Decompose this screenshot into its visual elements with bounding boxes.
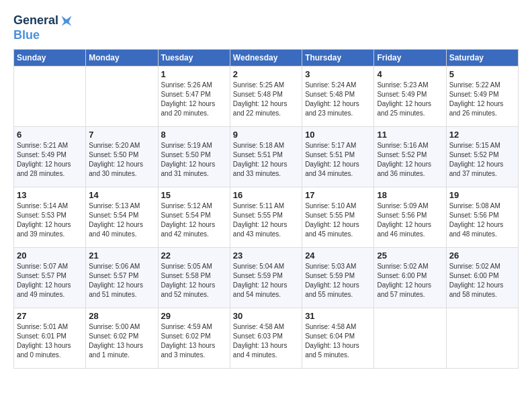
day-info: Sunrise: 5:10 AM Sunset: 5:55 PM Dayligh…	[305, 201, 371, 239]
day-info: Sunrise: 5:16 AM Sunset: 5:52 PM Dayligh…	[377, 141, 443, 179]
day-info: Sunrise: 5:24 AM Sunset: 5:48 PM Dayligh…	[305, 81, 371, 118]
day-number: 4	[377, 69, 443, 79]
logo-bird-icon	[60, 14, 73, 28]
header-friday: Friday	[374, 50, 446, 66]
week-row-3: 13Sunrise: 5:14 AM Sunset: 5:53 PM Dayli…	[14, 187, 519, 248]
day-number: 14	[89, 190, 154, 200]
day-info: Sunrise: 5:01 AM Sunset: 6:01 PM Dayligh…	[17, 322, 83, 360]
day-number: 1	[161, 69, 227, 79]
day-info: Sunrise: 5:14 AM Sunset: 5:53 PM Dayligh…	[17, 201, 83, 239]
header-saturday: Saturday	[446, 50, 518, 66]
day-cell: 6Sunrise: 5:21 AM Sunset: 5:49 PM Daylig…	[14, 127, 86, 187]
day-number: 10	[305, 130, 371, 140]
day-cell	[374, 308, 446, 369]
day-number: 31	[305, 311, 371, 321]
day-info: Sunrise: 5:06 AM Sunset: 5:57 PM Dayligh…	[89, 262, 154, 300]
day-cell: 22Sunrise: 5:05 AM Sunset: 5:58 PM Dayli…	[158, 248, 230, 308]
day-info: Sunrise: 5:22 AM Sunset: 5:49 PM Dayligh…	[449, 81, 515, 118]
day-info: Sunrise: 5:02 AM Sunset: 6:00 PM Dayligh…	[449, 262, 515, 300]
day-number: 29	[161, 311, 227, 321]
day-cell: 27Sunrise: 5:01 AM Sunset: 6:01 PM Dayli…	[14, 308, 86, 369]
day-number: 20	[17, 250, 83, 261]
day-number: 13	[17, 190, 83, 200]
day-cell: 17Sunrise: 5:10 AM Sunset: 5:55 PM Dayli…	[302, 187, 374, 248]
day-cell	[86, 66, 158, 127]
day-number: 5	[449, 69, 515, 79]
header-tuesday: Tuesday	[158, 50, 230, 66]
day-info: Sunrise: 5:19 AM Sunset: 5:50 PM Dayligh…	[161, 141, 227, 179]
day-number: 30	[233, 311, 299, 321]
day-info: Sunrise: 5:03 AM Sunset: 5:59 PM Dayligh…	[305, 262, 371, 300]
day-cell	[14, 66, 86, 127]
day-cell: 10Sunrise: 5:17 AM Sunset: 5:51 PM Dayli…	[302, 127, 374, 187]
day-cell: 8Sunrise: 5:19 AM Sunset: 5:50 PM Daylig…	[158, 127, 230, 187]
day-cell: 7Sunrise: 5:20 AM Sunset: 5:50 PM Daylig…	[86, 127, 158, 187]
header-thursday: Thursday	[302, 50, 374, 66]
header-sunday: Sunday	[14, 50, 86, 66]
logo-text-general: General	[13, 13, 58, 28]
day-cell: 21Sunrise: 5:06 AM Sunset: 5:57 PM Dayli…	[86, 248, 158, 308]
day-number: 6	[17, 130, 83, 140]
day-number: 3	[305, 69, 371, 79]
day-cell: 12Sunrise: 5:15 AM Sunset: 5:52 PM Dayli…	[446, 127, 518, 187]
day-info: Sunrise: 5:23 AM Sunset: 5:49 PM Dayligh…	[377, 81, 443, 118]
header-row: SundayMondayTuesdayWednesdayThursdayFrid…	[14, 50, 519, 66]
day-number: 25	[377, 250, 443, 261]
day-cell: 25Sunrise: 5:02 AM Sunset: 6:00 PM Dayli…	[374, 248, 446, 308]
day-cell: 26Sunrise: 5:02 AM Sunset: 6:00 PM Dayli…	[446, 248, 518, 308]
day-number: 7	[89, 130, 154, 140]
day-number: 8	[161, 130, 227, 140]
day-cell: 24Sunrise: 5:03 AM Sunset: 5:59 PM Dayli…	[302, 248, 374, 308]
header-wednesday: Wednesday	[230, 50, 302, 66]
day-cell: 2Sunrise: 5:25 AM Sunset: 5:48 PM Daylig…	[230, 66, 302, 127]
day-info: Sunrise: 5:21 AM Sunset: 5:49 PM Dayligh…	[17, 141, 83, 179]
day-number: 28	[89, 311, 154, 321]
day-number: 9	[233, 130, 299, 140]
day-cell: 31Sunrise: 4:58 AM Sunset: 6:04 PM Dayli…	[302, 308, 374, 369]
day-info: Sunrise: 4:58 AM Sunset: 6:04 PM Dayligh…	[305, 322, 371, 360]
day-number: 11	[377, 130, 443, 140]
day-info: Sunrise: 5:25 AM Sunset: 5:48 PM Dayligh…	[233, 81, 299, 118]
day-info: Sunrise: 5:17 AM Sunset: 5:51 PM Dayligh…	[305, 141, 371, 179]
day-info: Sunrise: 5:13 AM Sunset: 5:54 PM Dayligh…	[89, 201, 154, 239]
day-cell: 30Sunrise: 4:58 AM Sunset: 6:03 PM Dayli…	[230, 308, 302, 369]
day-info: Sunrise: 5:08 AM Sunset: 5:56 PM Dayligh…	[449, 201, 515, 239]
week-row-2: 6Sunrise: 5:21 AM Sunset: 5:49 PM Daylig…	[14, 127, 519, 187]
day-cell: 16Sunrise: 5:11 AM Sunset: 5:55 PM Dayli…	[230, 187, 302, 248]
day-info: Sunrise: 5:20 AM Sunset: 5:50 PM Dayligh…	[89, 141, 154, 179]
day-info: Sunrise: 5:12 AM Sunset: 5:54 PM Dayligh…	[161, 201, 227, 239]
logo: General Blue	[13, 13, 73, 42]
day-cell: 19Sunrise: 5:08 AM Sunset: 5:56 PM Dayli…	[446, 187, 518, 248]
page-header: General Blue	[13, 13, 519, 42]
day-cell: 9Sunrise: 5:18 AM Sunset: 5:51 PM Daylig…	[230, 127, 302, 187]
day-info: Sunrise: 5:07 AM Sunset: 5:57 PM Dayligh…	[17, 262, 83, 300]
day-cell: 28Sunrise: 5:00 AM Sunset: 6:02 PM Dayli…	[86, 308, 158, 369]
day-number: 17	[305, 190, 371, 200]
day-info: Sunrise: 5:02 AM Sunset: 6:00 PM Dayligh…	[377, 262, 443, 300]
day-cell: 18Sunrise: 5:09 AM Sunset: 5:56 PM Dayli…	[374, 187, 446, 248]
day-cell: 23Sunrise: 5:04 AM Sunset: 5:59 PM Dayli…	[230, 248, 302, 308]
header-monday: Monday	[86, 50, 158, 66]
day-cell: 5Sunrise: 5:22 AM Sunset: 5:49 PM Daylig…	[446, 66, 518, 127]
day-info: Sunrise: 4:58 AM Sunset: 6:03 PM Dayligh…	[233, 322, 299, 360]
week-row-4: 20Sunrise: 5:07 AM Sunset: 5:57 PM Dayli…	[14, 248, 519, 308]
day-cell: 13Sunrise: 5:14 AM Sunset: 5:53 PM Dayli…	[14, 187, 86, 248]
day-number: 21	[89, 250, 154, 261]
day-info: Sunrise: 5:00 AM Sunset: 6:02 PM Dayligh…	[89, 322, 154, 360]
day-number: 2	[233, 69, 299, 79]
day-number: 23	[233, 250, 299, 261]
day-info: Sunrise: 5:05 AM Sunset: 5:58 PM Dayligh…	[161, 262, 227, 300]
day-number: 15	[161, 190, 227, 200]
day-cell: 14Sunrise: 5:13 AM Sunset: 5:54 PM Dayli…	[86, 187, 158, 248]
day-number: 19	[449, 190, 515, 200]
day-cell: 15Sunrise: 5:12 AM Sunset: 5:54 PM Dayli…	[158, 187, 230, 248]
day-info: Sunrise: 5:26 AM Sunset: 5:47 PM Dayligh…	[161, 81, 227, 118]
day-cell: 11Sunrise: 5:16 AM Sunset: 5:52 PM Dayli…	[374, 127, 446, 187]
day-cell: 4Sunrise: 5:23 AM Sunset: 5:49 PM Daylig…	[374, 66, 446, 127]
day-info: Sunrise: 5:09 AM Sunset: 5:56 PM Dayligh…	[377, 201, 443, 239]
logo-text-blue: Blue	[13, 28, 40, 43]
day-cell: 20Sunrise: 5:07 AM Sunset: 5:57 PM Dayli…	[14, 248, 86, 308]
day-info: Sunrise: 5:15 AM Sunset: 5:52 PM Dayligh…	[449, 141, 515, 179]
day-number: 18	[377, 190, 443, 200]
calendar-table: SundayMondayTuesdayWednesdayThursdayFrid…	[13, 49, 519, 369]
